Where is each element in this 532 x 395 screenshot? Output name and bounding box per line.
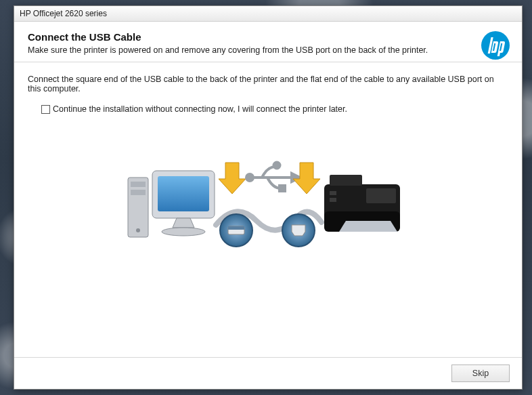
svg-rect-15 [228, 226, 244, 230]
arrow-down-icon [219, 163, 246, 194]
page-subheading: Make sure the printer is powered on and … [28, 45, 508, 55]
usb-b-plug-icon [282, 214, 315, 247]
window-titlebar[interactable]: HP Officejet 2620 series [14, 6, 522, 22]
svg-rect-12 [280, 186, 285, 191]
body-area: Connect the square end of the USB cable … [14, 62, 522, 357]
window-title: HP Officejet 2620 series [20, 9, 107, 18]
svg-rect-6 [158, 176, 209, 211]
svg-rect-24 [330, 198, 336, 202]
hp-logo-icon [481, 31, 510, 60]
svg-rect-3 [131, 190, 146, 195]
svg-rect-19 [330, 175, 362, 186]
checkbox-icon [41, 105, 50, 114]
computer-tower-icon [128, 178, 148, 237]
svg-point-4 [136, 228, 140, 232]
svg-point-8 [246, 174, 253, 181]
connect-later-checkbox[interactable]: Continue the installation without connec… [41, 104, 508, 114]
instruction-text: Connect the square end of the USB cable … [28, 75, 508, 93]
skip-button[interactable]: Skip [451, 365, 510, 382]
usb-connection-illustration [123, 150, 414, 259]
footer-area: Skip [14, 357, 522, 389]
svg-rect-20 [366, 188, 396, 203]
printer-icon [324, 175, 400, 232]
usb-symbol-icon [246, 163, 300, 192]
svg-marker-22 [339, 221, 397, 232]
checkbox-label: Continue the installation without connec… [53, 104, 347, 114]
usb-a-plug-icon [220, 214, 252, 247]
svg-rect-2 [131, 182, 146, 187]
header-area: Connect the USB Cable Make sure the prin… [14, 22, 522, 62]
svg-point-11 [274, 163, 280, 169]
svg-rect-23 [330, 191, 336, 195]
monitor-icon [152, 171, 215, 236]
page-heading: Connect the USB Cable [28, 31, 508, 43]
svg-point-7 [162, 228, 205, 236]
installer-window: HP Officejet 2620 series Connect the USB… [14, 5, 523, 390]
